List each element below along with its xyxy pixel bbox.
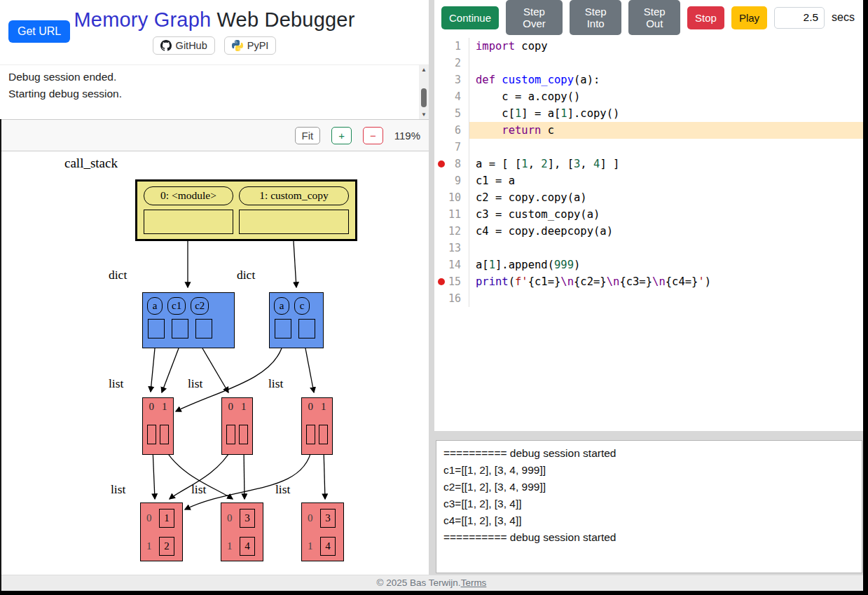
list-value-box: 4 (320, 537, 336, 556)
line-number: 1 (455, 40, 461, 53)
terms-link[interactable]: Terms (461, 577, 487, 588)
list-row: 14 (227, 534, 257, 558)
line-number: 14 (448, 259, 461, 271)
step-into-button[interactable]: Step Into (570, 0, 621, 35)
debugger-panel: Continue Step Over Step Into Step Out St… (434, 0, 863, 575)
copyright-text: © 2025 Bas Terwijn. (377, 577, 461, 588)
code-line: 16 (434, 290, 863, 307)
dict-node: ac1c2 (142, 292, 235, 348)
code-editor[interactable]: 1import copy23def custom_copy(a):4 c = a… (434, 35, 863, 431)
code-text: a[1].append(999) (469, 257, 863, 273)
console-line: c1=[[1, 2], [3, 4, 999]] (443, 462, 855, 479)
dict-values (148, 319, 230, 338)
list-index: 1 (321, 401, 326, 413)
console-line: ========== debug session started (443, 445, 855, 462)
line-number-gutter[interactable]: 10 (434, 189, 469, 206)
scrollbar-thumb[interactable] (421, 88, 427, 107)
code-text: c4 = copy.deepcopy(a) (469, 223, 863, 240)
line-number: 5 (455, 107, 461, 120)
line-number-gutter[interactable]: 1 (434, 38, 469, 55)
pypi-label: PyPI (247, 40, 269, 51)
line-number-gutter[interactable]: 16 (434, 290, 469, 307)
line-number-gutter[interactable]: 4 (434, 88, 469, 105)
code-text (469, 55, 863, 71)
code-line: 9c1 = a (434, 172, 863, 189)
list-value-box: 1 (159, 509, 174, 528)
line-number: 4 (455, 90, 461, 103)
debug-controls: Continue Step Over Step Into Step Out St… (434, 0, 863, 35)
code-text (469, 240, 863, 257)
step-over-button[interactable]: Step Over (506, 0, 563, 35)
line-number-gutter[interactable]: 13 (434, 240, 469, 257)
fit-button[interactable]: Fit (295, 127, 321, 144)
line-number-gutter[interactable]: 2 (434, 55, 469, 71)
list-index: 0 (227, 512, 233, 524)
line-number-gutter[interactable]: 8 (434, 156, 469, 172)
dict-key: c2 (191, 297, 209, 315)
list-ref-node: 01 (221, 397, 253, 455)
line-number-gutter[interactable]: 5 (434, 105, 469, 122)
list-row: 14 (308, 534, 338, 558)
line-number-gutter[interactable]: 7 (434, 139, 469, 156)
line-number-gutter[interactable]: 15 (434, 273, 469, 290)
breakpoint-icon[interactable] (438, 160, 445, 167)
list-index: 0 (149, 401, 155, 413)
stop-button[interactable]: Stop (687, 6, 724, 29)
get-url-button[interactable]: Get URL (8, 20, 70, 43)
line-number: 16 (448, 292, 461, 305)
breakpoint-icon[interactable] (438, 278, 445, 285)
dict-keys: ac (274, 297, 319, 315)
line-number: 3 (455, 74, 461, 86)
list-index: 1 (162, 401, 167, 413)
list-index: 1 (308, 540, 314, 552)
scroll-down-button[interactable]: ▼ (419, 110, 429, 119)
line-number-gutter[interactable]: 11 (434, 206, 469, 223)
list-type-label: list (191, 482, 206, 497)
list-indices: 01 (222, 401, 252, 413)
scroll-up-button[interactable]: ▲ (419, 65, 429, 74)
app-header: Get URL Memory Graph Web Debugger GitHub… (0, 0, 429, 65)
dict-value-box (195, 319, 212, 338)
list-type-label: list (111, 482, 125, 497)
line-number-gutter[interactable]: 3 (434, 71, 469, 88)
line-number-gutter[interactable]: 12 (434, 223, 469, 240)
memory-graph-canvas[interactable]: call_stack 0: <module> 1: custom_copy di… (0, 151, 429, 575)
list-ref-boxes (222, 425, 252, 444)
code-line: 11c3 = custom_copy(a) (434, 206, 863, 223)
frame-label: 0: <module> (144, 186, 233, 205)
dict-value-box (172, 319, 188, 338)
line-number: 7 (455, 141, 461, 153)
line-number-gutter[interactable]: 14 (434, 257, 469, 273)
list-ref-boxes (302, 425, 332, 444)
list-index: 0 (146, 512, 153, 524)
footer: © 2025 Bas Terwijn.Terms (0, 575, 863, 591)
code-text: import copy (469, 38, 863, 55)
list-ref-box (239, 425, 248, 444)
step-out-button[interactable]: Step Out (628, 0, 680, 35)
line-number: 11 (448, 208, 461, 221)
panel-divider (434, 431, 863, 440)
list-value-node: 0112 (140, 502, 183, 561)
delay-input[interactable] (774, 7, 825, 29)
github-icon (160, 40, 172, 51)
pypi-link[interactable]: PyPI (224, 36, 277, 55)
dict-node: ac (269, 292, 324, 348)
log-scrollbar[interactable]: ▲ ▼ (419, 65, 429, 119)
code-line: 8a = [ [1, 2], [3, 4] ] (434, 156, 863, 172)
zoom-in-button[interactable]: + (331, 127, 352, 144)
code-line: 14a[1].append(999) (434, 257, 863, 273)
console-line: c3=[[1, 2], [3, 4]] (443, 495, 855, 512)
continue-button[interactable]: Continue (441, 6, 499, 29)
call-stack-node: 0: <module> 1: custom_copy (135, 179, 357, 241)
zoom-out-button[interactable]: − (363, 127, 383, 144)
line-number-gutter[interactable]: 9 (434, 172, 469, 189)
line-number-gutter[interactable]: 6 (434, 122, 469, 139)
dict-key: c1 (167, 297, 186, 315)
code-line: 10c2 = copy.copy(a) (434, 189, 863, 206)
github-link[interactable]: GitHub (153, 36, 215, 55)
list-index: 1 (241, 401, 247, 413)
call-stack-label: call_stack (64, 156, 118, 171)
dict-keys: ac1c2 (147, 297, 230, 315)
line-number: 6 (455, 124, 461, 137)
play-button[interactable]: Play (731, 6, 767, 29)
